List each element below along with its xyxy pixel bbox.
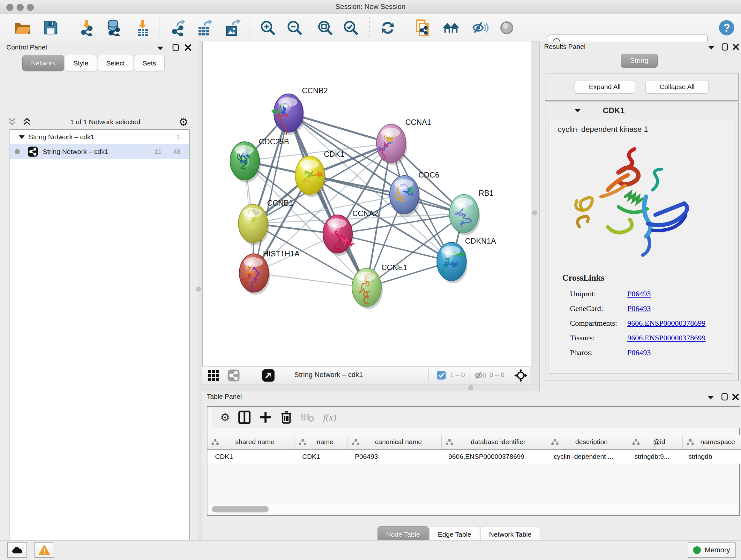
network-edge[interactable]: [254, 273, 367, 287]
zoom-fit-button[interactable]: [316, 18, 334, 37]
table-cell[interactable]: stringdb: [681, 449, 741, 463]
export-network-button[interactable]: [169, 18, 188, 37]
expand-all-icon[interactable]: [22, 117, 32, 127]
tab-style[interactable]: Style: [65, 55, 97, 71]
horizontal-splitter-handle[interactable]: [468, 385, 473, 390]
network-node-HIST1H1A[interactable]: HIST1H1A: [239, 249, 300, 295]
help-button[interactable]: ?: [718, 18, 736, 37]
network-node-RB1[interactable]: RB1: [449, 189, 494, 235]
export-image-button[interactable]: [223, 18, 242, 37]
network-node-CCNB2[interactable]: CCNB2: [272, 86, 328, 135]
network-edge[interactable]: [288, 113, 367, 287]
panel-close-icon[interactable]: [184, 44, 192, 52]
network-view-share-icon[interactable]: [227, 369, 240, 382]
panel-menu-icon[interactable]: [156, 45, 164, 51]
hidden-node-edge-counts: 0 – 0: [489, 371, 504, 379]
export-table-button[interactable]: [195, 18, 213, 37]
zoom-out-button[interactable]: [285, 18, 304, 37]
results-tab-string[interactable]: String: [621, 54, 658, 68]
delete-column-icon[interactable]: [280, 411, 292, 424]
column-header-database-identifier[interactable]: database identifier: [442, 435, 547, 449]
import-network-from-database-button[interactable]: [105, 18, 123, 37]
scrollbar-thumb[interactable]: [212, 506, 269, 512]
birdseye-view-icon[interactable]: [262, 369, 275, 382]
network-node-count: 11: [155, 148, 162, 155]
crosslink-link[interactable]: P06493: [627, 304, 651, 313]
network-collection-row[interactable]: String Network – cdk1 1: [10, 130, 189, 144]
main-toolbar: ?: [0, 14, 741, 42]
import-table-from-file-button[interactable]: [133, 18, 152, 37]
expand-all-button[interactable]: Expand All: [575, 80, 635, 94]
tab-sets[interactable]: Sets: [134, 55, 165, 71]
tab-network[interactable]: Network: [22, 55, 64, 71]
section-collapse-triangle-icon[interactable]: [574, 108, 582, 113]
show-columns-icon[interactable]: [238, 410, 251, 424]
panel-float-icon[interactable]: [172, 44, 180, 52]
crosslinks-heading: CrossLinks: [562, 273, 604, 283]
network-node-CCNA1[interactable]: CCNA1: [377, 118, 431, 165]
zoom-selected-icon: [343, 20, 359, 36]
table-cell[interactable]: stringdb:9...: [627, 449, 681, 463]
panel-float-icon[interactable]: [721, 393, 729, 401]
tab-select[interactable]: Select: [98, 55, 133, 71]
network-node-CDKN1A[interactable]: CDKN1A: [437, 237, 496, 283]
network-row-selected[interactable]: String Network – cdk1 11 48: [10, 144, 189, 159]
table-cell[interactable]: CDK1: [294, 449, 347, 463]
column-header-@id[interactable]: @id: [628, 435, 683, 449]
column-header-canonical-name[interactable]: canonical name: [348, 435, 442, 449]
zoom-in-button[interactable]: [259, 18, 277, 37]
crosslink-link[interactable]: 9606.ENSP00000378699: [627, 334, 705, 342]
table-cell[interactable]: CDK1: [207, 449, 294, 463]
network-node-CCNE1[interactable]: CCNE1: [352, 263, 407, 309]
zoom-selected-button[interactable]: [341, 18, 360, 37]
column-header-name[interactable]: name: [295, 435, 348, 449]
network-graph[interactable]: CCNB2CCNA1CDC25BCDK1CDC6RB1CCNB1CCNA2CDK…: [203, 42, 531, 366]
gene-section-header[interactable]: CDK1: [545, 102, 738, 119]
add-column-icon[interactable]: [259, 411, 272, 424]
crosslink-link[interactable]: P06493: [627, 348, 651, 357]
apply-layout-button[interactable]: [379, 18, 397, 37]
vertical-splitter-handle[interactable]: [532, 210, 537, 215]
crosslink-link[interactable]: P06493: [627, 290, 651, 298]
collapse-all-button[interactable]: Collapse All: [645, 80, 709, 94]
panel-menu-icon[interactable]: [706, 395, 715, 400]
network-from-selection-button[interactable]: [414, 18, 432, 37]
column-header-shared-name[interactable]: shared name: [207, 435, 295, 449]
column-header-namespace[interactable]: namespace: [683, 435, 741, 449]
export-arrow-icon: [232, 19, 241, 25]
toolbar-divider: [369, 17, 369, 38]
collapse-all-icon[interactable]: [7, 117, 17, 127]
vertical-splitter-handle[interactable]: [196, 287, 201, 292]
selected-checkbox-icon[interactable]: [436, 370, 446, 380]
column-header-description[interactable]: description: [547, 435, 628, 449]
panel-close-icon[interactable]: [731, 393, 740, 401]
cloud-status-button[interactable]: [7, 543, 27, 558]
grid-view-icon[interactable]: [207, 369, 219, 381]
network-options-gear-icon[interactable]: ⚙: [179, 117, 188, 127]
hide-selected-button[interactable]: [471, 18, 489, 37]
warnings-button[interactable]: [35, 543, 54, 558]
open-session-button[interactable]: [13, 18, 32, 37]
panel-menu-icon[interactable]: [707, 45, 716, 51]
save-session-button[interactable]: [42, 18, 60, 37]
panel-close-icon[interactable]: [732, 43, 740, 51]
collapse-triangle-icon[interactable]: [18, 134, 25, 140]
fit-content-crosshair-icon[interactable]: [514, 368, 528, 382]
table-icon: [199, 27, 209, 36]
network-share-icon: [173, 26, 183, 36]
table-row[interactable]: CDK1CDK1P064939606.ENSP00000378699cyclin…: [207, 449, 741, 463]
table-cell[interactable]: 9606.ENSP00000378699: [441, 449, 546, 463]
first-neighbors-button[interactable]: [442, 18, 460, 37]
network-canvas[interactable]: CCNB2CCNA1CDC25BCDK1CDC6RB1CCNB1CCNA2CDK…: [202, 42, 531, 366]
panel-float-icon[interactable]: [721, 43, 729, 51]
crosslink-link[interactable]: 9606.ENSP00000378699: [627, 319, 705, 327]
table-horizontal-scrollbar[interactable]: [209, 505, 737, 513]
memory-button[interactable]: Memory: [688, 543, 736, 558]
import-network-from-file-button[interactable]: [77, 18, 96, 37]
show-all-button[interactable]: [497, 18, 516, 37]
table-cell[interactable]: P06493: [347, 449, 441, 463]
image-icon: [226, 26, 237, 36]
table-options-gear-icon[interactable]: ⚙: [220, 412, 230, 423]
network-node-CDC6[interactable]: CDC6: [390, 171, 439, 216]
table-cell[interactable]: cyclin–dependent ...: [546, 449, 627, 463]
